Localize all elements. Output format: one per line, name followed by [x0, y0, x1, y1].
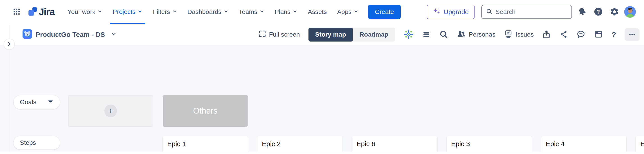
nav-item-your-work[interactable]: Your work	[62, 0, 108, 24]
ai-starburst-button[interactable]	[404, 29, 414, 40]
view-toggle: Story map Roadmap	[308, 28, 395, 42]
toolbar-help-button[interactable]: ?	[612, 31, 616, 39]
chevron-down-icon	[292, 8, 298, 15]
search-icon	[439, 36, 448, 40]
nav-item-label: Projects	[113, 8, 136, 15]
top-navigation-bar: Jira Your work Projects Filters Dashboar…	[0, 0, 644, 24]
ai-starburst-icon	[404, 37, 414, 40]
export-icon	[542, 36, 551, 39]
personas-button[interactable]: Personas	[457, 29, 495, 40]
nav-item-filters[interactable]: Filters	[148, 0, 182, 24]
bottom-scroll-area	[0, 152, 644, 154]
app-switcher-button[interactable]	[12, 7, 22, 17]
share-nodes-icon	[559, 36, 568, 39]
nav-item-assets[interactable]: Assets	[302, 0, 332, 24]
project-toolbar: ProductGo Team - DS Full screen Story ma…	[0, 24, 644, 45]
epic-title: Epic 2	[262, 140, 280, 148]
tab-roadmap[interactable]: Roadmap	[353, 28, 395, 42]
nav-item-label: Plans	[275, 8, 290, 15]
jira-logo-text: Jira	[39, 6, 55, 17]
chevron-down-icon	[111, 31, 117, 38]
swimlane-rows-button[interactable]	[422, 30, 430, 39]
epic-card[interactable]: Epic 3 PGT-3 TO DO	[446, 136, 532, 154]
productgo-story-map-page: Jira Your work Projects Filters Dashboar…	[0, 0, 644, 154]
help-icon: ?	[594, 7, 603, 17]
nav-item-label: Apps	[337, 8, 352, 15]
issues-button[interactable]: Issues	[504, 30, 534, 40]
epic-title: Ep	[640, 140, 644, 148]
primary-nav: Your work Projects Filters Dashboards Te…	[62, 0, 364, 24]
notifications-button[interactable]	[576, 6, 588, 18]
chevron-down-icon	[97, 8, 102, 15]
question-mark-icon: ?	[612, 31, 616, 39]
nav-item-dashboards[interactable]: Dashboards	[182, 0, 234, 24]
card-view-button[interactable]	[594, 30, 603, 40]
personas-label: Personas	[469, 31, 495, 38]
chevron-down-icon	[259, 8, 264, 15]
project-switcher[interactable]: ProductGo Team - DS	[22, 29, 117, 40]
chevron-down-icon	[172, 8, 177, 15]
others-label: Others	[193, 106, 218, 116]
plus-icon[interactable]: +	[104, 105, 117, 117]
upgrade-label: Upgrade	[444, 8, 469, 16]
filter-icon	[47, 98, 54, 106]
full-screen-label: Full screen	[269, 31, 300, 38]
jira-logo-icon	[28, 6, 38, 17]
feedback-bubble-icon	[576, 36, 586, 40]
nav-item-label: Teams	[239, 8, 257, 15]
search-input[interactable]	[496, 8, 568, 15]
tab-story-map[interactable]: Story map	[308, 28, 353, 42]
gear-icon	[610, 7, 619, 17]
project-name: ProductGo Team - DS	[36, 31, 105, 38]
nav-item-apps[interactable]: Apps	[332, 0, 364, 24]
more-options-button[interactable]	[624, 28, 640, 41]
search-icon	[486, 8, 492, 16]
epic-card[interactable]: Epic 4 PGT-4 TO DO	[541, 136, 626, 154]
nav-item-plans[interactable]: Plans	[270, 0, 302, 24]
story-map-board: Goals + Others Steps Epic 1 PGT-1 TO DO	[0, 45, 644, 152]
chevron-down-icon	[354, 8, 358, 15]
goals-row-header[interactable]: Goals	[14, 95, 60, 109]
epic-card[interactable]: Epic 6 PGT-6 TO DO	[352, 136, 437, 154]
create-button[interactable]: Create	[368, 5, 401, 19]
epic-card[interactable]: Ep	[636, 136, 644, 154]
full-screen-button[interactable]: Full screen	[258, 30, 300, 39]
board-search-button[interactable]	[439, 30, 448, 40]
app-switcher-grid-icon	[12, 8, 21, 16]
nav-item-projects[interactable]: Projects	[108, 0, 148, 24]
issues-label: Issues	[516, 31, 534, 38]
jira-logo[interactable]: Jira	[28, 6, 55, 17]
nav-item-label: Your work	[68, 8, 95, 15]
fullscreen-icon	[258, 30, 266, 39]
card-view-icon	[594, 36, 603, 40]
share-button[interactable]	[559, 30, 568, 39]
epic-card[interactable]: Epic 2 PGT-2 TO DO	[257, 136, 342, 154]
ellipsis-icon	[628, 31, 636, 39]
personas-people-icon	[457, 29, 466, 40]
upgrade-button[interactable]: Upgrade	[427, 5, 474, 19]
feedback-button[interactable]	[576, 30, 586, 40]
help-button[interactable]: ?	[592, 6, 604, 18]
svg-text:?: ?	[597, 8, 600, 15]
chevron-down-icon	[224, 8, 228, 15]
epic-title: Epic 3	[451, 140, 470, 148]
nav-item-label: Dashboards	[188, 8, 222, 15]
add-goal-cell[interactable]: +	[68, 95, 153, 127]
nav-item-label: Filters	[153, 8, 170, 15]
export-button[interactable]	[542, 30, 551, 39]
settings-button[interactable]	[608, 6, 620, 18]
toolbar-actions: Full screen Story map Roadmap	[258, 28, 640, 42]
others-column-header[interactable]: Others	[163, 95, 248, 127]
user-avatar[interactable]	[624, 6, 636, 18]
expand-sidebar-button[interactable]	[4, 39, 15, 50]
sparkle-icon	[433, 7, 441, 17]
epic-card[interactable]: Epic 1 PGT-1 TO DO	[163, 136, 248, 154]
chevron-down-icon	[138, 8, 142, 15]
epic-title: Epic 6	[356, 140, 375, 148]
issues-checklist-icon	[504, 30, 513, 40]
epic-title: Epic 1	[167, 140, 186, 148]
epic-title: Epic 4	[546, 140, 564, 148]
nav-item-label: Assets	[308, 8, 327, 15]
nav-item-teams[interactable]: Teams	[234, 0, 270, 24]
goals-label: Goals	[20, 98, 36, 106]
